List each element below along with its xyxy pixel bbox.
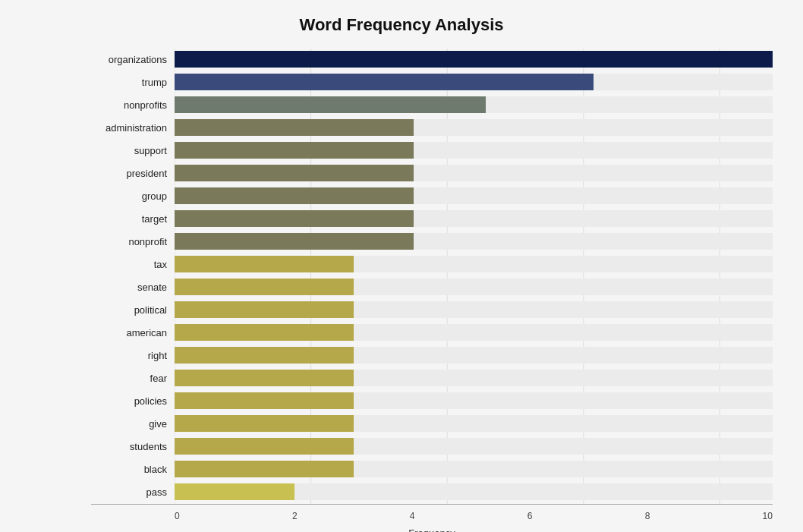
bar-track [175,256,773,272]
bar-label: group [91,190,175,202]
bar-label: fear [91,373,175,384]
bar-row: nonprofits [91,94,773,115]
bar-fill [175,210,414,227]
bar-label: organizations [91,54,175,65]
bar-row: senate [91,276,773,297]
bar-label: policies [91,395,175,407]
bar-row: nonprofit [91,231,773,252]
bar-row: political [91,299,773,320]
chart-title: Word Frequency Analysis [30,15,773,35]
bar-row: black [91,458,773,480]
bar-row: organizations [91,49,773,70]
bar-track [175,279,773,295]
x-tick-label: 0 [175,511,180,521]
bar-fill [175,165,414,181]
bar-row: group [91,185,773,206]
bar-track [175,51,773,68]
bar-track [175,142,773,159]
bar-track [175,347,773,364]
bar-fill [175,96,486,113]
bar-label: support [91,145,175,156]
bar-fill [175,301,354,318]
bar-track [175,461,773,477]
x-axis-label: Frequency [91,527,773,532]
bar-fill [175,347,354,364]
bar-label: american [91,327,175,338]
bar-track [175,324,773,341]
bar-track [175,96,773,113]
bar-label: right [91,350,175,361]
bar-row: fear [91,367,773,389]
bar-row: president [91,162,773,184]
bar-fill [175,438,354,455]
bar-row: students [91,436,773,457]
bar-label: tax [91,259,175,270]
bar-label: nonprofit [91,236,175,247]
bar-fill [175,279,354,295]
bar-label: pass [91,486,175,498]
x-axis-labels: 0246810 [175,508,773,521]
bar-track [175,415,773,432]
bar-track [175,370,773,386]
bar-track [175,187,773,204]
bar-track [175,210,773,227]
bar-label: senate [91,282,175,293]
x-tick-label: 6 [527,511,533,521]
bar-label: target [91,213,175,225]
bar-fill [175,461,354,477]
bar-fill [175,187,414,204]
bar-label: trump [91,77,175,88]
chart-container: Word Frequency Analysis organizationstru… [0,0,803,532]
bar-row: tax [91,253,773,275]
bar-track [175,483,773,500]
bar-row: trump [91,71,773,93]
bar-fill [175,392,354,409]
bar-label: give [91,418,175,430]
bar-row: right [91,345,773,366]
bar-fill [175,256,354,272]
x-tick-label: 2 [292,511,298,521]
bar-fill [175,370,354,386]
bar-fill [175,415,354,432]
bar-track [175,233,773,250]
bar-fill [175,483,294,500]
bar-track [175,74,773,90]
bar-fill [175,74,594,90]
bar-fill [175,51,773,68]
bar-row: pass [91,481,773,502]
bar-row: support [91,140,773,161]
bar-track [175,301,773,318]
bar-label: political [91,304,175,316]
bar-track [175,438,773,455]
bar-label: administration [91,122,175,134]
bar-label: president [91,168,175,179]
bar-label: nonprofits [91,99,175,111]
bar-row: target [91,208,773,229]
bar-row: administration [91,117,773,138]
bar-track [175,119,773,136]
bar-fill [175,233,414,250]
bar-label: students [91,441,175,452]
x-tick-label: 8 [645,511,650,521]
bar-track [175,165,773,181]
bar-row: policies [91,390,773,411]
bar-row: give [91,413,773,434]
bar-fill [175,324,354,341]
x-tick-label: 4 [410,511,415,521]
bar-label: black [91,464,175,475]
bar-fill [175,142,414,159]
bar-row: american [91,322,773,343]
bar-fill [175,119,414,136]
bars-container: organizationstrumpnonprofitsadministrati… [91,49,773,504]
bar-track [175,392,773,409]
x-tick-label: 10 [763,511,773,521]
